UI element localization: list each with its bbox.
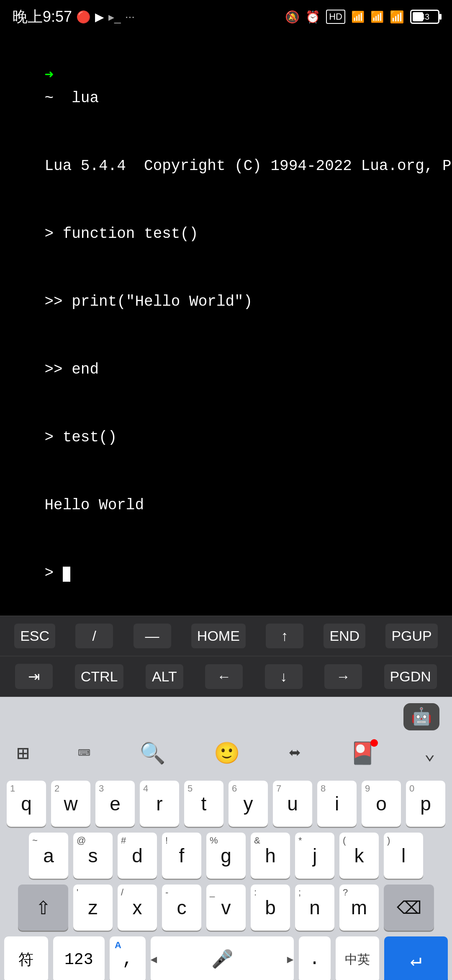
key-w[interactable]: 2w xyxy=(51,781,90,827)
keyboard-toolbar: ⊞ ⌨ 🔍 🙂 ⬌ 🎴 ⌄ xyxy=(0,730,452,776)
key-n[interactable]: ;n xyxy=(295,885,334,931)
mic-icon: 🎤 xyxy=(211,949,233,970)
key-k[interactable]: (k xyxy=(339,833,379,879)
search-icon[interactable]: 🔍 xyxy=(139,741,165,766)
terminal-area[interactable]: ➜ ~ lua Lua 5.4.4 Copyright (C) 1994-202… xyxy=(0,34,452,616)
enter-icon: ↵ xyxy=(410,948,422,972)
extra-keys-row2: ⇥ CTRL ALT ← ↓ → PGDN xyxy=(0,656,452,697)
wifi-icon: 📶 xyxy=(390,10,404,24)
dots-icon: ··· xyxy=(125,10,135,23)
sticker-icon[interactable]: 🎴 xyxy=(349,741,375,766)
alarm-icon: ⏰ xyxy=(306,10,320,24)
emoji-icon[interactable]: 🙂 xyxy=(214,741,240,766)
key-end[interactable]: END xyxy=(324,624,365,648)
robot-button[interactable]: 🤖 xyxy=(403,703,439,730)
keyboard-row-1: 1q 2w 3e 4r 5t 6y 7u 8i 9o 0p xyxy=(4,781,448,827)
key-g[interactable]: %g xyxy=(206,833,246,879)
keyboard-dismiss-icon[interactable]: ⌄ xyxy=(424,742,435,765)
keyboard-row-4: 符 123 A , ◀ 🎤 ▶ . 中英 ↵ xyxy=(4,936,448,980)
status-bar: 晚上9:57 🔴 ▶ ▸_ ··· 🔕 ⏰ HD 📶 📶 📶 43 xyxy=(0,0,452,34)
key-left[interactable]: ← xyxy=(205,664,243,689)
key-v[interactable]: _v xyxy=(206,885,246,931)
key-dot[interactable]: . xyxy=(299,936,331,980)
battery-text: 43 xyxy=(420,12,429,22)
battery-indicator: 43 xyxy=(410,10,439,24)
key-ctrl[interactable]: CTRL xyxy=(75,664,124,689)
terminal-line-7: Hello World xyxy=(8,472,444,539)
terminal-line-7-text: Hello World xyxy=(44,497,144,514)
key-home[interactable]: HOME xyxy=(191,624,246,648)
notification-badge xyxy=(370,739,378,747)
key-q[interactable]: 1q xyxy=(7,781,46,827)
hd-badge: HD xyxy=(326,10,345,24)
key-right[interactable]: → xyxy=(324,664,362,689)
space-left-arrow: ◀ xyxy=(151,953,157,966)
key-tab[interactable]: ⇥ xyxy=(15,664,53,689)
terminal-prompt: > xyxy=(44,565,62,582)
mute-icon: 🔕 xyxy=(285,10,300,24)
key-e[interactable]: 3e xyxy=(95,781,135,827)
key-c[interactable]: -c xyxy=(162,885,201,931)
terminal-line-2-text: Lua 5.4.4 Copyright (C) 1994-2022 Lua.or… xyxy=(44,157,452,175)
terminal-line-5: >> end xyxy=(8,336,444,404)
key-r[interactable]: 4r xyxy=(140,781,179,827)
shift-key[interactable]: ⇧ xyxy=(18,885,68,931)
key-x[interactable]: /x xyxy=(118,885,157,931)
cursor-icon[interactable]: ⬌ xyxy=(288,741,301,766)
key-o[interactable]: 9o xyxy=(362,781,401,827)
key-pgup[interactable]: PGUP xyxy=(385,624,437,648)
key-p[interactable]: 0p xyxy=(406,781,445,827)
key-b[interactable]: :b xyxy=(251,885,290,931)
key-m[interactable]: ?m xyxy=(339,885,379,931)
terminal-line-6: > test() xyxy=(8,404,444,472)
status-right: 🔕 ⏰ HD 📶 📶 📶 43 xyxy=(285,10,439,24)
key-pgdn[interactable]: PGDN xyxy=(384,664,437,689)
notif-icon1: 🔴 xyxy=(76,10,91,24)
key-up[interactable]: ↑ xyxy=(266,624,303,648)
key-j[interactable]: *j xyxy=(295,833,334,879)
key-s[interactable]: @s xyxy=(73,833,113,879)
key-a[interactable]: ~a xyxy=(29,833,68,879)
key-f[interactable]: !f xyxy=(162,833,201,879)
terminal-line-6-text: > test() xyxy=(44,429,117,446)
status-time: 晚上9:57 xyxy=(13,7,72,27)
enter-key[interactable]: ↵ xyxy=(384,936,448,980)
key-sym[interactable]: 符 xyxy=(4,936,48,980)
robot-icon-container: 🤖 xyxy=(0,697,452,730)
terminal-line-2: Lua 5.4.4 Copyright (C) 1994-2022 Lua.or… xyxy=(8,132,444,200)
backspace-key[interactable]: ⌫ xyxy=(384,885,434,931)
key-h[interactable]: &h xyxy=(251,833,290,879)
key-dash[interactable]: — xyxy=(134,624,171,648)
signal-icon2: 📶 xyxy=(370,10,384,23)
extra-keys-row1: ESC / — HOME ↑ END PGUP xyxy=(0,616,452,656)
key-t[interactable]: 5t xyxy=(184,781,223,827)
key-lang[interactable]: 中英 xyxy=(336,936,380,980)
terminal-line-5-text: >> end xyxy=(44,361,99,378)
key-esc[interactable]: ESC xyxy=(14,624,55,648)
key-y[interactable]: 6y xyxy=(229,781,268,827)
prompt-icon: ➜ xyxy=(44,67,54,84)
key-u[interactable]: 7u xyxy=(273,781,312,827)
terminal-line-3: > function test() xyxy=(8,200,444,268)
key-z[interactable]: 'z xyxy=(73,885,113,931)
key-l[interactable]: )l xyxy=(384,833,423,879)
space-key[interactable]: ◀ 🎤 ▶ xyxy=(151,936,294,980)
notif-icon2: ▶ xyxy=(95,10,104,24)
mic-area[interactable]: 🎤 xyxy=(157,949,287,970)
signal-icon1: 📶 xyxy=(351,10,365,23)
key-alt[interactable]: ALT xyxy=(146,664,183,689)
keyboard-row-3: ⇧ 'z /x -c _v :b ;n ?m ⌫ xyxy=(4,885,448,931)
cursor xyxy=(63,567,70,582)
key-comma[interactable]: A , xyxy=(110,936,146,980)
terminal-line-1: ➜ ~ lua xyxy=(8,42,444,132)
terminal-line-4-text: >> print("Hello World") xyxy=(44,293,252,310)
keyboard-layout-icon[interactable]: ⌨ xyxy=(78,741,90,766)
grid-icon[interactable]: ⊞ xyxy=(17,741,29,766)
key-i[interactable]: 8i xyxy=(317,781,357,827)
key-d[interactable]: #d xyxy=(118,833,157,879)
terminal-cursor-line: > xyxy=(8,539,444,607)
key-num[interactable]: 123 xyxy=(53,936,105,980)
terminal-line-4: >> print("Hello World") xyxy=(8,268,444,336)
key-slash[interactable]: / xyxy=(75,624,113,648)
key-down[interactable]: ↓ xyxy=(265,664,303,689)
